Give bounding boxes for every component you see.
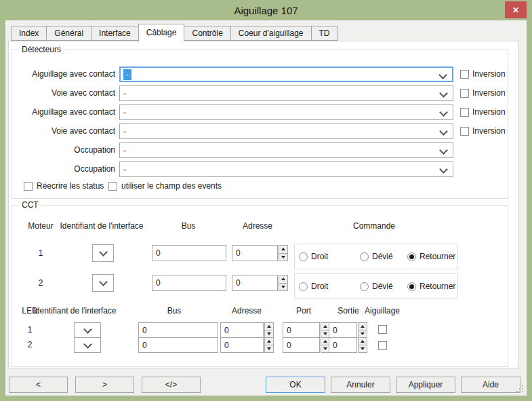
next-button[interactable]: > — [75, 377, 134, 393]
devie-radio[interactable] — [360, 252, 369, 261]
apply-button[interactable]: Appliquer — [396, 377, 455, 393]
devie-radio[interactable] — [360, 282, 369, 291]
tab-cablage[interactable]: Câblage — [138, 24, 185, 41]
commande-droit-option: Droit — [299, 252, 328, 261]
led-1-port-input[interactable] — [283, 322, 320, 338]
led-2-sortie-input[interactable] — [329, 337, 357, 353]
retourner-radio[interactable] — [407, 282, 416, 291]
inversion-checkbox-3[interactable] — [460, 108, 469, 117]
moteur-2-adresse-input[interactable] — [232, 275, 278, 291]
prev-button[interactable]: < — [9, 377, 68, 393]
close-button[interactable]: ✕ — [505, 1, 527, 18]
detector-row-label: Occupation — [12, 161, 115, 177]
tab-controle[interactable]: Contrôle — [184, 26, 230, 41]
spin-down-icon — [323, 332, 327, 335]
inversion-checkbox-4[interactable] — [460, 127, 469, 136]
led-2-sortie-spinner — [329, 337, 367, 353]
tab-label: Câblage — [146, 28, 177, 37]
inversion-label[interactable]: Inversion — [472, 88, 506, 98]
led-2-number: 2 — [12, 337, 47, 353]
droit-radio[interactable] — [299, 252, 308, 261]
inversion-label[interactable]: Inversion — [472, 126, 506, 136]
inversion-option-3: Inversion — [460, 107, 506, 117]
droit-label[interactable]: Droit — [311, 252, 328, 261]
detector-row: Voie avec contact - Inversion — [12, 123, 508, 139]
tab-interface[interactable]: Interface — [91, 26, 139, 41]
spin-up-icon — [323, 340, 327, 343]
moteur-1-interface-combo[interactable] — [92, 244, 114, 262]
cct-group-title: CCT — [19, 200, 41, 210]
retourner-label[interactable]: Retourner — [420, 282, 455, 291]
utiliser-champ-events-label[interactable]: utiliser le champ des events — [121, 181, 222, 191]
moteur-1-number: 1 — [22, 244, 60, 263]
inversion-label[interactable]: Inversion — [472, 69, 506, 79]
led-1-interface-combo[interactable] — [74, 322, 101, 338]
spin-down-button[interactable] — [264, 345, 274, 353]
reecrire-les-status-label[interactable]: Réecrire les status — [37, 181, 104, 191]
ok-button[interactable]: OK — [266, 377, 325, 393]
spin-down-button[interactable] — [279, 283, 288, 292]
moteur-bus-header: Bus — [164, 221, 213, 231]
tab-index[interactable]: Index — [11, 26, 47, 41]
chevron-down-icon — [439, 89, 448, 98]
moteur-2-bus-input[interactable] — [152, 275, 226, 291]
spin-buttons — [358, 322, 367, 338]
led-2-bus-input[interactable] — [138, 337, 218, 353]
led-1-number: 1 — [12, 322, 47, 338]
moteur-2-interface-combo[interactable] — [92, 274, 114, 292]
led-1-adresse-input[interactable] — [220, 322, 264, 338]
moteur-1-adresse-spinner — [232, 245, 288, 261]
utiliser-champ-events-checkbox[interactable] — [108, 182, 117, 191]
moteur-interface-header: Identifiant de l'interface — [34, 221, 169, 231]
spin-down-icon — [267, 332, 271, 335]
inversion-checkbox-1[interactable] — [460, 70, 469, 79]
led-2-port-input[interactable] — [283, 337, 320, 353]
occupation-combo-2[interactable]: - — [119, 161, 453, 177]
retourner-label[interactable]: Retourner — [420, 252, 455, 261]
led-1-aiguillage-checkbox[interactable] — [378, 325, 387, 334]
led-bus-column — [138, 322, 218, 353]
tab-coeur-daiguillage[interactable]: Coeur d'aiguillage — [231, 26, 312, 41]
droit-label[interactable]: Droit — [311, 282, 328, 291]
devie-label[interactable]: Dévié — [372, 252, 393, 261]
voie-avec-contact-combo-1[interactable]: - — [119, 85, 453, 101]
dialog-window: Aiguillage 107 ✕ Index Général Interface… — [0, 0, 532, 401]
resize-grip[interactable] — [519, 388, 520, 389]
spin-buttons — [358, 337, 367, 353]
tab-bar: Index Général Interface Câblage Contrôle… — [11, 24, 338, 41]
voie-avec-contact-combo-2[interactable]: - — [119, 123, 453, 139]
led-1-sortie-input[interactable] — [329, 322, 357, 338]
led-2-adresse-input[interactable] — [220, 337, 264, 353]
tab-general[interactable]: Général — [47, 26, 91, 41]
tab-label: Général — [54, 28, 83, 38]
led-1-port-spinner — [283, 322, 330, 338]
detector-row: Aiguillage avec contact - Inversion — [12, 104, 508, 120]
aiguillage-avec-contact-combo-2[interactable]: - — [119, 104, 453, 120]
cancel-button[interactable]: Annuler — [331, 377, 390, 393]
inversion-label[interactable]: Inversion — [472, 107, 506, 117]
retourner-radio[interactable] — [407, 252, 416, 261]
spin-buttons — [264, 322, 274, 338]
droit-radio[interactable] — [299, 282, 308, 291]
moteur-1-bus-input[interactable] — [152, 245, 226, 261]
reecrire-les-status-checkbox[interactable] — [24, 182, 33, 191]
moteur-1-commande-group: Droit Dévié Retourner — [294, 244, 458, 269]
spin-down-button[interactable] — [279, 253, 288, 262]
help-button[interactable]: Aide — [461, 377, 520, 393]
spin-up-icon — [361, 325, 365, 328]
occupation-combo-1[interactable]: - — [119, 142, 453, 158]
spin-down-button[interactable] — [358, 345, 367, 353]
led-2-interface-combo[interactable] — [74, 337, 101, 353]
moteur-commande-header: Commande — [337, 221, 411, 231]
moteur-2-number: 2 — [22, 274, 60, 292]
inversion-checkbox-2[interactable] — [460, 89, 469, 98]
led-2-aiguillage-checkbox[interactable] — [378, 341, 387, 350]
devie-label[interactable]: Dévié — [372, 282, 393, 291]
title-bar: Aiguillage 107 ✕ — [0, 0, 532, 20]
detecteurs-group: Détecteurs Aiguillage avec contact - Inv… — [12, 50, 508, 199]
aiguillage-avec-contact-combo-1[interactable]: - — [119, 66, 453, 82]
code-view-button[interactable]: </> — [142, 377, 201, 393]
tab-td[interactable]: TD — [312, 26, 338, 41]
led-1-bus-input[interactable] — [138, 322, 218, 338]
moteur-1-adresse-input[interactable] — [232, 245, 278, 261]
